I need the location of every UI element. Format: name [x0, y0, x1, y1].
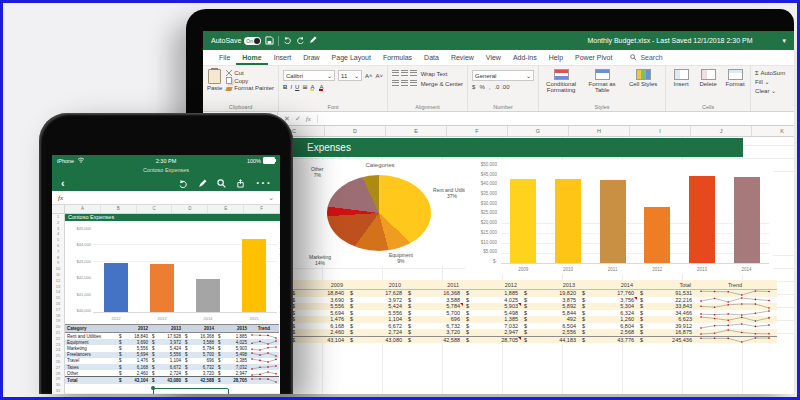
cell-value[interactable]: $6,504	[521, 323, 579, 329]
phone-cell-value[interactable]: $5,903	[216, 346, 249, 351]
align-center-icon[interactable]	[401, 80, 408, 86]
phone-cell-value[interactable]: $5,498	[216, 352, 249, 357]
cell-value[interactable]: $3,875	[521, 297, 579, 303]
phone-cell-value[interactable]: $1,104	[150, 358, 183, 363]
pie-chart[interactable]: Categories Other 7%Rent and Utilities 37…	[291, 160, 469, 266]
tab-review[interactable]: Review	[445, 50, 480, 65]
phone-cell-value[interactable]: $2,724	[150, 371, 183, 376]
cell-value[interactable]: $2,947	[463, 329, 521, 335]
autosum-button[interactable]: Σ AutoSum	[755, 70, 785, 76]
insert-function-icon[interactable]: fx	[306, 115, 311, 123]
cell-value[interactable]: $2,460	[289, 329, 347, 335]
fill-button[interactable]: Fill ⌄	[755, 78, 785, 85]
cell-value[interactable]: $17,628	[347, 290, 405, 296]
cell-total[interactable]: $39,912	[637, 323, 695, 329]
conditional-formatting-button[interactable]: Conditional Formatting	[543, 69, 579, 93]
share-icon[interactable]	[236, 174, 245, 192]
phone-cell-value[interactable]: $6,732	[183, 365, 216, 370]
cell-styles-button[interactable]: Cell Styles	[625, 69, 661, 87]
cell-value[interactable]: $6,672	[347, 323, 405, 329]
phone-bar-chart[interactable]: $45,000$44,000$43,000$42,000$41,000$40,0…	[65, 222, 279, 322]
cell-total[interactable]: $91,531	[637, 290, 695, 296]
delete-cells-button[interactable]: Delete	[697, 69, 719, 87]
cell-value[interactable]: $3,690	[289, 297, 347, 303]
phone-cell-value[interactable]: $5,424	[150, 346, 183, 351]
grow-font-button[interactable]: A˄	[365, 73, 373, 79]
desktop-bar-chart[interactable]: $50,000$45,000$40,000$35,000$30,000$25,0…	[465, 160, 773, 274]
decimal-buttons[interactable]: .0 .00	[494, 84, 509, 90]
cell-value[interactable]: $6,324	[579, 310, 637, 316]
phone-cell-value[interactable]: $7,032	[216, 365, 249, 370]
column-header-I[interactable]: I	[630, 126, 691, 136]
cell-value[interactable]: $1,104	[347, 316, 405, 322]
column-header-E[interactable]: E	[386, 126, 447, 136]
chevron-down-icon[interactable]: ⌄	[268, 194, 274, 202]
cell-value[interactable]: $5,304	[579, 303, 637, 309]
phone-table-total-row[interactable]: Total$43,104$43,080$42,588$28,705	[65, 376, 279, 383]
more-options-icon[interactable]: ···	[255, 174, 271, 192]
tab-insert[interactable]: Insert	[268, 50, 298, 65]
format-cells-button[interactable]: Format	[724, 69, 746, 87]
cell-value[interactable]: $5,424	[347, 303, 405, 309]
cell-value[interactable]: $18,840	[289, 290, 347, 296]
phone-cell-value[interactable]: $2,460	[117, 371, 150, 376]
phone-cell-value[interactable]: $3,588	[183, 340, 216, 345]
phone-table-row[interactable]: Marketing$5,556$5,424$5,784$5,903	[65, 345, 279, 351]
cell-value[interactable]: $5,844	[521, 310, 579, 316]
cell-value[interactable]: $3,720	[405, 329, 463, 335]
phone-cell-value[interactable]: $17,628	[150, 334, 183, 339]
cell-value[interactable]: $5,556	[347, 310, 405, 316]
font-size-combo[interactable]: 11⌄	[338, 70, 362, 81]
cell-total[interactable]: $6,623	[637, 316, 695, 322]
phone-cell-value[interactable]: $5,784	[183, 346, 216, 351]
tab-home[interactable]: Home	[236, 50, 267, 65]
phone-expenses-table[interactable]: Category2012201320142015TrendRent and Ut…	[65, 324, 279, 384]
select-all-corner[interactable]	[52, 205, 65, 213]
tab-formulas[interactable]: Formulas	[377, 50, 418, 65]
borders-button[interactable]: ⊞	[302, 83, 307, 90]
column-header-D[interactable]: D	[325, 126, 386, 136]
inking-pen-icon[interactable]	[198, 174, 207, 192]
cell-value[interactable]: $2,568	[579, 329, 637, 335]
percent-style-button[interactable]: %	[479, 84, 484, 90]
cell-value[interactable]: $2,556	[521, 329, 579, 335]
enter-icon[interactable]: ✓	[295, 115, 301, 123]
tab-view[interactable]: View	[480, 50, 507, 65]
phone-table-row[interactable]: Equipment$3,690$3,972$3,588$4,025	[65, 339, 279, 345]
cell-value[interactable]: $5,498	[463, 310, 521, 316]
fill-color-button[interactable]: A	[310, 84, 314, 90]
phone-cell-value[interactable]: $2,947	[216, 371, 249, 376]
paste-button[interactable]: Paste	[207, 68, 222, 91]
autosave-toggle[interactable]: AutoSave On	[211, 37, 261, 45]
bold-button[interactable]: B	[283, 84, 287, 90]
column-header-J[interactable]: J	[691, 126, 752, 136]
phone-cell-value[interactable]: $6,672	[150, 365, 183, 370]
phone-column-B[interactable]: B	[101, 205, 137, 213]
selection-box[interactable]	[153, 388, 229, 394]
phone-cell-value[interactable]: $5,700	[183, 352, 216, 357]
phone-column-E[interactable]: E	[208, 205, 244, 213]
phone-cell-value[interactable]: $1,885	[216, 334, 249, 339]
cell-value[interactable]: $5,700	[405, 310, 463, 316]
phone-cell-value[interactable]: $5,556	[150, 352, 183, 357]
format-as-table-button[interactable]: Format as Table	[584, 69, 620, 93]
cell-value[interactable]: $5,556	[289, 303, 347, 309]
comma-style-button[interactable]: ,	[489, 84, 491, 90]
column-header-H[interactable]: H	[569, 126, 630, 136]
phone-cell-value[interactable]: $3,720	[183, 371, 216, 376]
format-painter-button[interactable]: Format Painter	[226, 85, 274, 91]
merge-center-button[interactable]: Merge & Center	[421, 81, 463, 87]
cell-value[interactable]: $5,694	[289, 310, 347, 316]
undo-icon[interactable]	[178, 174, 188, 192]
phone-cell-value[interactable]: $16,368	[183, 334, 216, 339]
phone-cell-value[interactable]: $4,025	[216, 340, 249, 345]
insert-cells-button[interactable]: Insert	[670, 69, 692, 87]
align-bottom-icon[interactable]	[410, 70, 417, 76]
save-icon[interactable]	[265, 36, 274, 46]
column-header-K[interactable]: K	[752, 126, 794, 136]
number-format-combo[interactable]: General⌄	[472, 70, 534, 81]
align-left-icon[interactable]	[392, 80, 399, 86]
font-name-combo[interactable]: Calibri⌄	[283, 70, 335, 81]
cell-value[interactable]: $3,972	[347, 297, 405, 303]
phone-column-A[interactable]: A	[65, 205, 101, 213]
